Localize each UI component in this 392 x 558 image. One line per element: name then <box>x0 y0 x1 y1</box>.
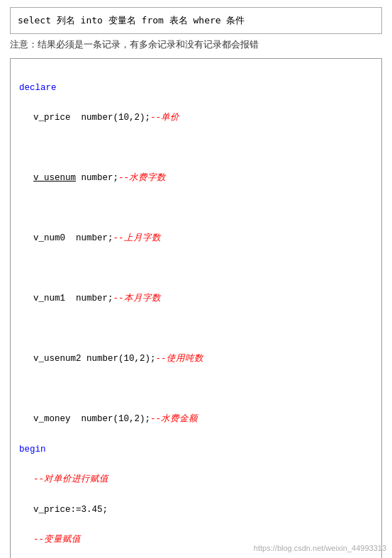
code-line-vmoney: v_money number(10,2);--水费金额 <box>19 412 373 427</box>
code-line-vusenum: v_usenum number;--水费字数 <box>19 171 373 186</box>
code-line-comment-assign: --对单价进行赋值 <box>19 472 373 487</box>
note-text: 注意：结果必须是一条记录，有多余记录和没有记录都会报错 <box>10 38 382 51</box>
code-line-begin: begin <box>19 442 373 457</box>
code-line-blank2 <box>19 201 373 216</box>
code-line-vnum1: v_num1 number;--本月字数 <box>19 291 373 306</box>
code-line-vprice: v_price number(10,2);--单价 <box>19 111 373 125</box>
code-block: declare v_price number(10,2);--单价 v_usen… <box>10 58 382 559</box>
code-line-blank1 <box>19 141 373 156</box>
syntax-text: select 列名 into 变量名 from 表名 where 条件 <box>18 15 245 26</box>
watermark: https://blog.csdn.net/weixin_44993313 <box>254 544 386 552</box>
code-line-blank5 <box>19 382 373 397</box>
code-line-blank3 <box>19 262 373 277</box>
code-line-declare: declare <box>19 81 373 96</box>
code-line-vnum0: v_num0 number;--上月字数 <box>19 231 373 246</box>
syntax-box: select 列名 into 变量名 from 表名 where 条件 <box>10 7 382 34</box>
code-line-vusenum2: v_usenum2 number(10,2);--使用吨数 <box>19 352 373 367</box>
code-line-vprice-assign: v_price:=3.45; <box>19 503 373 518</box>
code-line-blank4 <box>19 322 373 337</box>
